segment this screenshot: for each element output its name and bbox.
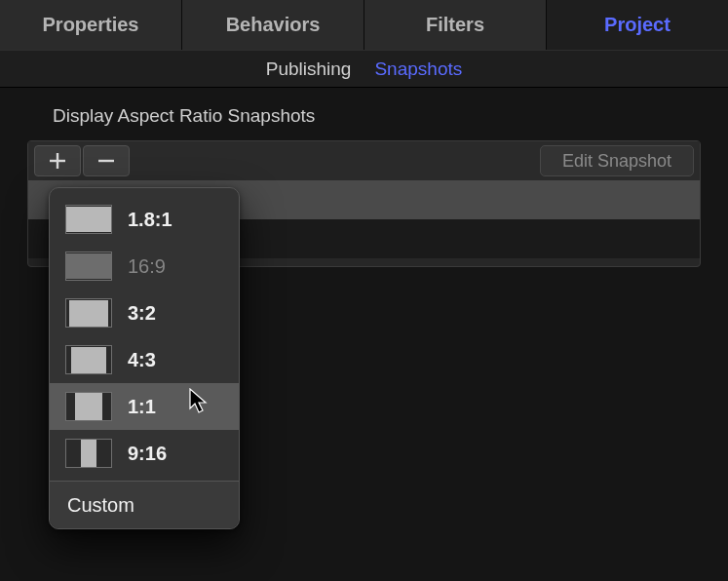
aspect-option-label: 9:16 — [128, 443, 167, 465]
edit-snapshot-button[interactable]: Edit Snapshot — [540, 145, 694, 176]
aspect-option-label: 3:2 — [128, 302, 156, 325]
aspect-option-1-1[interactable]: 1:1 — [50, 383, 239, 430]
ratio-swatch-icon — [65, 392, 112, 421]
aspect-option-custom[interactable]: Custom — [50, 482, 239, 528]
ratio-swatch-icon — [65, 298, 112, 328]
aspect-option-9-16[interactable]: 9:16 — [50, 430, 239, 477]
tab-filters[interactable]: Filters — [364, 0, 547, 50]
aspect-option-label: 16:9 — [128, 255, 166, 278]
aspect-option-label: 4:3 — [128, 349, 156, 371]
add-snapshot-button[interactable] — [34, 145, 81, 176]
tab-behaviors[interactable]: Behaviors — [182, 0, 364, 50]
subtab-snapshots[interactable]: Snapshots — [374, 58, 462, 80]
aspect-option-1.8-1[interactable]: 1.8:1 — [50, 196, 239, 243]
sub-tab-bar: Publishing Snapshots — [0, 51, 728, 88]
aspect-option-3-2[interactable]: 3:2 — [50, 290, 239, 336]
ratio-swatch-icon — [65, 205, 112, 234]
aspect-ratio-menu: 1.8:1 16:9 3:2 4:3 1:1 9:16 Custom — [49, 187, 240, 529]
main-tab-bar: Properties Behaviors Filters Project — [0, 0, 728, 51]
ratio-swatch-icon — [65, 439, 112, 468]
ratio-swatch-icon — [65, 252, 112, 281]
section-title: Display Aspect Ratio Snapshots — [0, 105, 728, 140]
aspect-option-label: 1:1 — [128, 396, 156, 418]
plus-icon — [49, 152, 66, 170]
ratio-swatch-icon — [65, 345, 112, 374]
tab-project[interactable]: Project — [547, 0, 728, 50]
snapshots-toolbar: Edit Snapshot — [28, 141, 700, 180]
aspect-option-label: 1.8:1 — [128, 209, 172, 231]
minus-icon — [97, 152, 115, 170]
subtab-publishing[interactable]: Publishing — [266, 58, 352, 80]
remove-snapshot-button[interactable] — [83, 145, 130, 176]
aspect-option-4-3[interactable]: 4:3 — [50, 336, 239, 383]
aspect-option-16-9: 16:9 — [50, 243, 239, 290]
tab-properties[interactable]: Properties — [0, 0, 182, 50]
